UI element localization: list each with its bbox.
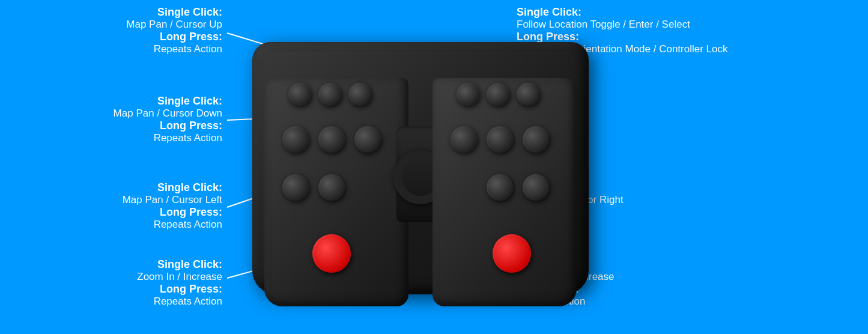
label-left-4: Single Click: Zoom In / Increase Long Pr… bbox=[137, 258, 222, 308]
label-left-2: Single Click: Map Pan / Cursor Down Long… bbox=[114, 95, 222, 144]
left-3-long-press-action: Repeats Action bbox=[123, 219, 222, 231]
controller-right-section bbox=[432, 78, 577, 306]
label-left-3: Single Click: Map Pan / Cursor Left Long… bbox=[123, 181, 222, 231]
left-1-long-press-title: Long Press: bbox=[126, 31, 222, 43]
left-3-single-click-action: Map Pan / Cursor Left bbox=[123, 194, 222, 206]
button-left-top-2[interactable] bbox=[318, 83, 341, 106]
left-2-single-click-title: Single Click: bbox=[114, 95, 222, 108]
button-right-top-3[interactable] bbox=[517, 83, 539, 106]
button-right-mid-3[interactable] bbox=[523, 126, 549, 153]
button-left-top-3[interactable] bbox=[348, 83, 371, 106]
left-4-long-press-title: Long Press: bbox=[137, 283, 222, 296]
button-left-mid-2[interactable] bbox=[318, 126, 345, 153]
button-right-top-1[interactable] bbox=[457, 83, 479, 106]
left-2-long-press-title: Long Press: bbox=[114, 120, 222, 132]
controller-image bbox=[234, 12, 607, 324]
left-2-long-press-action: Repeats Action bbox=[114, 132, 222, 144]
left-1-single-click-action: Map Pan / Cursor Up bbox=[126, 19, 222, 31]
button-right-mid-1[interactable] bbox=[451, 126, 477, 153]
button-right-top-2[interactable] bbox=[487, 83, 509, 106]
left-3-long-press-title: Long Press: bbox=[123, 206, 222, 219]
controller-body bbox=[252, 42, 589, 294]
left-4-single-click-action: Zoom In / Increase bbox=[137, 271, 222, 283]
left-4-single-click-title: Single Click: bbox=[137, 258, 222, 271]
controller-left-section bbox=[264, 78, 408, 306]
button-left-top-1[interactable] bbox=[288, 83, 311, 106]
button-left-lower-1[interactable] bbox=[282, 174, 309, 201]
controller-wrap bbox=[246, 18, 595, 318]
label-left-1: Single Click: Map Pan / Cursor Up Long P… bbox=[126, 6, 222, 55]
left-2-single-click-action: Map Pan / Cursor Down bbox=[114, 108, 222, 120]
left-3-single-click-title: Single Click: bbox=[123, 181, 222, 194]
button-right-mid-2[interactable] bbox=[487, 126, 513, 153]
button-left-red[interactable] bbox=[312, 234, 351, 273]
left-4-long-press-action: Repeats Action bbox=[137, 296, 222, 308]
button-left-mid-3[interactable] bbox=[354, 126, 381, 153]
button-right-lower-2[interactable] bbox=[523, 174, 549, 201]
left-1-long-press-action: Repeats Action bbox=[126, 43, 222, 55]
button-left-mid-1[interactable] bbox=[282, 126, 309, 153]
left-1-single-click-title: Single Click: bbox=[126, 6, 222, 19]
main-container: Single Click: Map Pan / Cursor Up Long P… bbox=[0, 0, 868, 334]
button-left-lower-2[interactable] bbox=[318, 174, 345, 201]
button-right-red[interactable] bbox=[493, 234, 531, 273]
button-right-lower-1[interactable] bbox=[487, 174, 513, 201]
